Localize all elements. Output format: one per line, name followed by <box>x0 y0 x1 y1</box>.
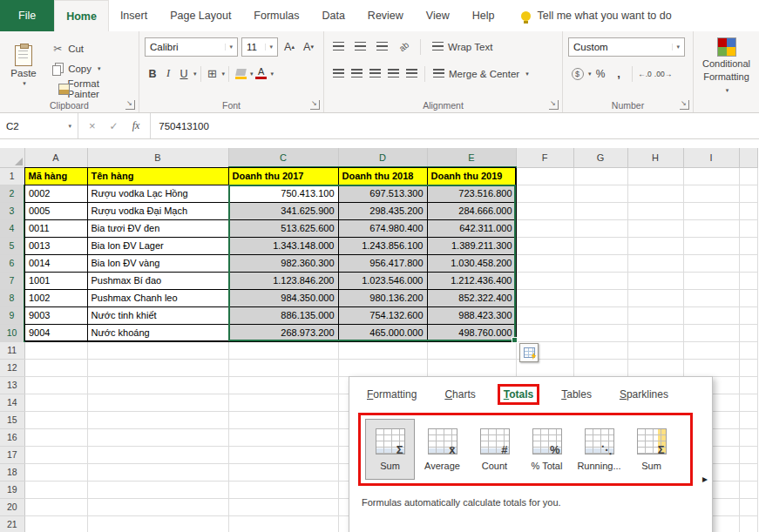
cell-D4[interactable]: 674.980.400 <box>338 219 427 237</box>
cell-G5[interactable] <box>573 237 627 254</box>
cell-A10[interactable]: 9004 <box>24 324 87 341</box>
column-header-F[interactable]: F <box>516 148 573 167</box>
cell-D9[interactable]: 754.132.600 <box>338 306 427 324</box>
merge-center-dropdown-icon[interactable] <box>525 71 529 77</box>
row-header-5[interactable]: 5 <box>0 237 24 254</box>
row-header-6[interactable]: 6 <box>0 254 24 272</box>
cell-C19[interactable] <box>228 481 338 498</box>
decrease-indent-button[interactable] <box>384 65 403 83</box>
cell-G4[interactable] <box>573 219 627 237</box>
insert-function-icon[interactable] <box>132 119 140 132</box>
cell-B17[interactable] <box>87 446 228 463</box>
cell-G8[interactable] <box>573 289 627 306</box>
cell-A3[interactable]: 0005 <box>24 202 87 219</box>
font-name-select[interactable]: Calibri <box>145 37 238 57</box>
cell-C16[interactable] <box>228 428 338 446</box>
column-header-A[interactable]: A <box>24 148 87 167</box>
cell-C11[interactable] <box>228 341 338 359</box>
decrease-decimal-button[interactable] <box>654 65 673 83</box>
number-dialog-launcher[interactable] <box>680 100 689 110</box>
cell-E9[interactable]: 988.423.300 <box>427 306 516 324</box>
column-header-G[interactable]: G <box>573 148 627 167</box>
borders-button[interactable] <box>205 65 220 83</box>
qa-option-percent-total[interactable]: %% Total <box>522 419 572 480</box>
column-header-I[interactable]: I <box>683 148 739 167</box>
tab-review[interactable]: Review <box>356 0 415 31</box>
cell-D3[interactable]: 298.435.200 <box>338 202 427 219</box>
column-header-E[interactable]: E <box>427 148 516 167</box>
cell-F3[interactable] <box>516 202 573 219</box>
conditional-formatting-button[interactable]: Conditional Formatting <box>699 36 754 96</box>
fill-handle[interactable] <box>512 337 518 343</box>
cancel-icon[interactable] <box>89 119 96 132</box>
cell-G9[interactable] <box>573 306 627 324</box>
qa-option-average[interactable]: x̄Average <box>417 419 467 480</box>
align-bottom-button[interactable] <box>373 38 391 56</box>
cell-B10[interactable]: Nước khoáng <box>87 324 228 341</box>
cell-E3[interactable]: 284.666.000 <box>427 202 516 219</box>
cell-A15[interactable] <box>24 411 87 428</box>
cell-C14[interactable] <box>228 394 338 411</box>
cell-H6[interactable] <box>627 254 683 272</box>
row-header-20[interactable]: 20 <box>0 498 24 515</box>
cell-B16[interactable] <box>87 428 228 446</box>
cell-A5[interactable]: 0013 <box>24 237 87 254</box>
cell-B15[interactable] <box>87 411 228 428</box>
cell-G11[interactable] <box>573 341 627 359</box>
align-center-button[interactable] <box>348 65 366 83</box>
cell-I10[interactable] <box>683 324 739 341</box>
cell-D5[interactable]: 1.243.856.100 <box>338 237 427 254</box>
cell-A6[interactable]: 0014 <box>24 254 87 272</box>
comma-style-button[interactable] <box>610 65 628 83</box>
cell-I5[interactable] <box>683 237 739 254</box>
cell-B20[interactable] <box>87 498 228 515</box>
row-header-3[interactable]: 3 <box>0 202 24 219</box>
cell-C18[interactable] <box>228 463 338 481</box>
cell-I4[interactable] <box>683 219 739 237</box>
tab-file[interactable]: File <box>0 0 54 31</box>
borders-dropdown-icon[interactable] <box>222 71 226 77</box>
cell-I8[interactable] <box>683 289 739 306</box>
cell-F9[interactable] <box>516 306 573 324</box>
tab-formulas[interactable]: Formulas <box>242 0 310 31</box>
cell-C5[interactable]: 1.343.148.000 <box>228 237 338 254</box>
underline-dropdown-icon[interactable] <box>193 71 197 77</box>
row-header-4[interactable]: 4 <box>0 219 24 237</box>
cell-H10[interactable] <box>627 324 683 341</box>
cell-G12[interactable] <box>573 359 627 376</box>
qa-tab-sparklines[interactable]: Sparklines <box>616 387 672 402</box>
cell-F4[interactable] <box>516 219 573 237</box>
orientation-button[interactable] <box>395 38 413 56</box>
cell-A12[interactable] <box>24 359 87 376</box>
cell-E2[interactable]: 723.516.800 <box>427 185 516 202</box>
italic-button[interactable]: I <box>160 65 176 83</box>
cell-F1[interactable] <box>516 167 573 185</box>
tab-insert[interactable]: Insert <box>109 0 159 31</box>
format-painter-button[interactable]: Format Painter <box>49 79 133 98</box>
column-header-B[interactable]: B <box>87 148 228 167</box>
cell-C7[interactable]: 1.123.846.200 <box>228 272 338 289</box>
cell-B5[interactable]: Bia lon ĐV Lager <box>87 237 228 254</box>
cell-F7[interactable] <box>516 272 573 289</box>
row-header-12[interactable]: 12 <box>0 359 24 376</box>
cell-H5[interactable] <box>627 237 683 254</box>
underline-button[interactable]: U <box>176 65 192 83</box>
cell-D12[interactable] <box>338 359 427 376</box>
cell-G6[interactable] <box>573 254 627 272</box>
row-header-7[interactable]: 7 <box>0 272 24 289</box>
cell-C9[interactable]: 886.135.000 <box>228 306 338 324</box>
tab-home[interactable]: Home <box>54 0 109 31</box>
qa-tab-charts[interactable]: Charts <box>441 387 478 402</box>
cell-B6[interactable]: Bia lon ĐV vàng <box>87 254 228 272</box>
column-header-C[interactable]: C <box>228 148 338 167</box>
cell-C2[interactable]: 750.413.100 <box>228 185 338 202</box>
tab-view[interactable]: View <box>415 0 461 31</box>
paste-button[interactable]: Paste <box>5 36 42 97</box>
cell-G1[interactable] <box>573 167 627 185</box>
alignment-dialog-launcher[interactable] <box>549 100 559 110</box>
row-header-15[interactable]: 15 <box>0 411 24 428</box>
align-right-button[interactable] <box>366 65 384 83</box>
cell-C4[interactable]: 513.625.600 <box>228 219 338 237</box>
wrap-text-button[interactable]: Wrap Text <box>428 37 497 57</box>
copy-dropdown-icon[interactable] <box>98 65 101 72</box>
